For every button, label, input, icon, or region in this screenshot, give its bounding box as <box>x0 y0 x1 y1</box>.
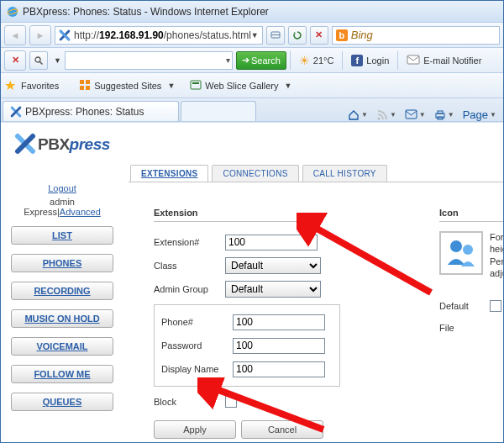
icon-default-checkbox[interactable] <box>490 300 501 312</box>
refresh-button[interactable] <box>288 26 307 45</box>
class-select[interactable]: Default <box>225 257 321 274</box>
favorites-label[interactable]: Favorites <box>21 81 59 91</box>
address-toolbar: ◄ ► http://192.168.91.90/phones/status.h… <box>1 23 503 48</box>
compat-button[interactable] <box>266 26 285 45</box>
sidebar-item-music-on-hold[interactable]: MUSIC ON HOLD <box>11 309 113 328</box>
email-label: E-mail Notifier <box>423 55 481 66</box>
class-label: Class <box>154 261 225 271</box>
url-host: 192.168.91.90 <box>99 29 164 41</box>
x-button[interactable]: ✕ <box>4 50 26 71</box>
icon-format-description: Format: PNG, GIF or JPEG. Size: height u… <box>490 231 503 279</box>
section-icon-title: Icon <box>439 208 503 222</box>
close-icon: ✕ <box>315 29 323 40</box>
sidebar-item-phones[interactable]: PHONES <box>11 254 113 272</box>
block-label: Block <box>154 397 225 407</box>
svg-rect-12 <box>192 82 199 84</box>
stop-button[interactable]: ✕ <box>310 26 328 45</box>
svg-rect-7 <box>80 80 84 84</box>
sidebar: Logout admin Express|Advanced LIST PHONE… <box>11 180 113 411</box>
svg-rect-16 <box>438 111 443 113</box>
chevron-down-icon: ▼ <box>167 82 175 90</box>
tab-label: PBXpress: Phones: Status <box>25 106 144 118</box>
address-dropdown-icon[interactable]: ▼ <box>251 31 259 40</box>
section-extension-title: Extension <box>154 208 322 222</box>
display-name-label: Display Name <box>161 364 233 374</box>
block-checkbox[interactable] <box>225 396 237 408</box>
bing-icon: b <box>336 29 348 41</box>
new-tab[interactable] <box>181 101 256 121</box>
search-provider-box[interactable]: b Bing <box>332 26 500 45</box>
fb-login-button[interactable]: f Login <box>346 50 394 71</box>
pbx-favicon-icon <box>59 29 71 41</box>
web-slice-button[interactable]: Web Slice Gallery ▼ <box>185 76 297 96</box>
extension-input[interactable] <box>225 235 318 251</box>
logout-link[interactable]: Logout <box>11 183 113 193</box>
svg-rect-6 <box>407 55 419 64</box>
svg-point-4 <box>35 57 40 62</box>
home-button[interactable]: ▼ <box>348 109 368 121</box>
display-name-input[interactable] <box>233 361 325 377</box>
weather-icon: ☀ <box>299 54 310 67</box>
page-label: Page <box>463 108 488 121</box>
sidebar-item-queues[interactable]: QUEUES <box>11 393 113 411</box>
search-dropdown[interactable]: ▾ <box>65 51 233 70</box>
mail-icon <box>407 53 420 68</box>
back-button[interactable]: ◄ <box>4 25 26 45</box>
feeds-button[interactable]: ▼ <box>376 109 396 121</box>
sidebar-item-recording[interactable]: RECORDING <box>11 282 113 300</box>
phone-input[interactable] <box>233 314 325 330</box>
dropdown-icon[interactable]: ▼ <box>54 56 61 65</box>
browser-window: PBXpress: Phones: Status - Windows Inter… <box>0 0 504 443</box>
icon-default-label: Default <box>439 301 490 311</box>
email-notifier-button[interactable]: E-mail Notifier <box>402 50 486 71</box>
svg-rect-14 <box>406 110 417 119</box>
browser-tab[interactable]: PBXpress: Phones: Status <box>3 101 179 121</box>
extensions-toolbar: ✕ ▼ ▾ ➔ Search ☀ 21°C f Login E-mail Not… <box>1 48 503 73</box>
ie-icon <box>6 5 19 18</box>
browser-tab-strip: PBXpress: Phones: Status ▼ ▼ ▼ ▼ Page▼ <box>1 98 503 122</box>
mode-switch: Express|Advanced <box>11 207 113 217</box>
icon-file-label: File <box>439 323 490 333</box>
suggested-label: Suggested Sites <box>94 81 161 91</box>
svg-point-18 <box>450 240 462 252</box>
print-button[interactable]: ▼ <box>434 109 454 121</box>
favorites-bar: ★ Favorites Suggested Sites ▼ Web Slice … <box>1 73 503 98</box>
svg-point-19 <box>463 245 473 255</box>
tab-call-history[interactable]: CALL HISTORY <box>302 165 387 182</box>
sidebar-item-list[interactable]: LIST <box>11 226 113 245</box>
advanced-link[interactable]: Advanced <box>60 207 101 217</box>
admin-group-label: Admin Group <box>154 284 225 294</box>
weather-widget[interactable]: ☀ 21°C <box>294 50 339 71</box>
suggested-icon <box>79 79 91 92</box>
url-scheme: http:// <box>74 29 99 41</box>
facebook-icon: f <box>351 55 363 66</box>
go-arrow-icon: ➔ <box>242 55 249 66</box>
page-tabs: EXTENSIONS CONNECTIONS CALL HISTORY <box>129 165 503 182</box>
icon-fields: Default File <box>439 295 501 339</box>
cancel-button[interactable]: Cancel <box>241 420 323 439</box>
tab-extensions[interactable]: EXTENSIONS <box>130 165 208 182</box>
current-user: admin <box>11 197 113 207</box>
admin-group-select[interactable]: Default <box>225 281 321 298</box>
search-label: Search <box>251 55 281 66</box>
sidebar-item-follow-me[interactable]: FOLLOW ME <box>11 365 113 383</box>
page-menu-button[interactable]: Page▼ <box>463 108 496 121</box>
mail-button[interactable]: ▼ <box>405 109 426 120</box>
apply-button[interactable]: Apply <box>154 420 236 439</box>
magnifier-button[interactable] <box>29 51 48 70</box>
tab-connections[interactable]: CONNECTIONS <box>212 165 298 182</box>
search-provider-label: Bing <box>351 29 373 41</box>
search-button[interactable]: ➔ Search <box>236 51 286 70</box>
sidebar-item-voicemail[interactable]: VOICEMAIL <box>11 337 113 356</box>
address-bar[interactable]: http://192.168.91.90/phones/status.html … <box>55 26 263 45</box>
pbx-favicon-icon <box>10 106 22 118</box>
favorites-star-icon[interactable]: ★ <box>4 77 16 93</box>
svg-point-13 <box>377 117 380 119</box>
forward-button[interactable]: ► <box>29 25 51 45</box>
password-input[interactable] <box>233 338 325 354</box>
logo-x-icon <box>14 133 36 156</box>
url-path: /phones/status.html <box>164 29 251 41</box>
suggested-sites-button[interactable]: Suggested Sites ▼ <box>74 76 180 96</box>
svg-rect-11 <box>191 81 201 89</box>
page-content: PBXpress Logout admin Express|Advanced L… <box>1 123 503 442</box>
